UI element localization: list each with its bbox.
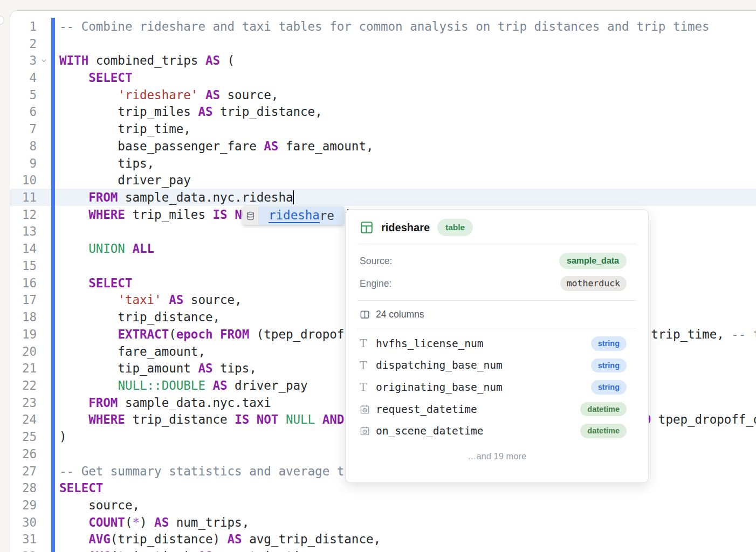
- fold-chevron-icon[interactable]: [37, 57, 51, 65]
- line-number: 23: [10, 396, 37, 410]
- active-cell-indicator: [51, 35, 55, 52]
- active-cell-indicator: [51, 463, 55, 480]
- code-line-text: SELECT: [55, 71, 132, 85]
- columns-list: Thvfhs_license_numstringTdispatching_bas…: [346, 328, 648, 442]
- database-icon: [243, 206, 258, 225]
- columns-count-label: 24 columns: [376, 309, 424, 320]
- line-number: 13: [10, 224, 37, 238]
- line-number: 17: [10, 293, 37, 307]
- code-line[interactable]: 5 'rideshare' AS source,: [10, 86, 756, 104]
- line-number: 15: [10, 259, 37, 273]
- line-number: 10: [10, 173, 37, 187]
- engine-label: Engine:: [360, 278, 391, 289]
- code-line[interactable]: 6 trip_miles AS trip_distance,: [10, 104, 756, 121]
- string-type-icon: T: [360, 338, 373, 349]
- active-cell-indicator: [51, 189, 55, 206]
- line-number: 8: [10, 139, 37, 153]
- column-type-badge: string: [591, 336, 627, 351]
- code-line[interactable]: 9 tips,: [10, 155, 756, 172]
- code-line-text: FROM sample_data.nyc.ridesha: [55, 190, 294, 204]
- active-cell-indicator: [51, 428, 55, 445]
- active-cell-indicator: [51, 120, 55, 137]
- table-name: rideshare: [381, 222, 430, 234]
- code-line[interactable]: 11 FROM sample_data.nyc.ridesha: [10, 189, 756, 206]
- code-line-text: -- Combine rideshare and taxi tables for…: [55, 19, 710, 33]
- line-number: 11: [10, 190, 37, 204]
- code-line[interactable]: 1-- Combine rideshare and taxi tables fo…: [10, 18, 756, 35]
- code-line-text: COUNT(*) AS num_trips,: [55, 515, 249, 529]
- code-line[interactable]: 2: [10, 35, 756, 52]
- active-cell-indicator: [51, 479, 55, 496]
- column-type-badge: string: [591, 358, 627, 373]
- column-type-badge: datetime: [580, 424, 627, 438]
- code-line-text: driver_pay: [55, 173, 191, 187]
- code-line-text: fare_amount,: [55, 344, 205, 358]
- column-name: on_scene_datetime: [376, 425, 580, 437]
- source-value-badge: sample_data: [559, 253, 627, 269]
- code-line[interactable]: 3WITH combined_trips AS (: [10, 52, 756, 69]
- line-number: 31: [10, 532, 37, 546]
- string-type-icon: T: [360, 360, 373, 371]
- active-cell-indicator: [51, 223, 55, 240]
- code-line-text: trip_distance,: [55, 310, 220, 324]
- collapsed-sidebar-handle[interactable]: [0, 16, 4, 25]
- line-number: 7: [10, 122, 37, 136]
- active-cell-indicator: [51, 514, 55, 531]
- column-type-badge: datetime: [580, 402, 627, 417]
- line-number: 28: [10, 481, 37, 495]
- autocomplete-dropdown: rideshare: [243, 206, 344, 225]
- autocomplete-rest-text: re: [320, 209, 334, 223]
- line-number: 20: [10, 344, 37, 358]
- active-cell-indicator: [51, 360, 55, 377]
- active-cell-indicator: [51, 240, 55, 257]
- code-line-text: tips,: [55, 156, 154, 170]
- code-line[interactable]: 29 source,: [10, 496, 756, 514]
- line-number: 32: [10, 549, 37, 552]
- table-info-rows: Source: sample_data Engine: motherduck: [346, 244, 648, 300]
- source-row: Source: sample_data: [346, 250, 648, 272]
- line-number: 21: [10, 361, 37, 375]
- active-cell-indicator: [51, 86, 55, 104]
- code-line[interactable]: 4 SELECT: [10, 69, 756, 86]
- columns-icon: [360, 309, 370, 320]
- source-label: Source:: [360, 256, 392, 267]
- active-cell-indicator: [51, 137, 55, 155]
- code-line[interactable]: 7 trip_time,: [10, 120, 756, 137]
- column-row: Tdispatching_base_numstring: [346, 355, 648, 377]
- active-cell-indicator: [51, 326, 55, 343]
- code-line[interactable]: 32 AVG(trip_time) AS avg_trip_time,: [10, 548, 756, 552]
- code-line-text: base_passenger_fare AS fare_amount,: [55, 139, 374, 153]
- code-line-text: FROM sample_data.nyc.taxi: [55, 396, 271, 410]
- columns-count-row: 24 columns: [346, 301, 648, 328]
- active-cell-indicator: [51, 257, 55, 274]
- column-row: Toriginating_base_numstring: [346, 376, 648, 398]
- active-cell-indicator: [51, 411, 55, 429]
- active-cell-indicator: [51, 52, 55, 69]
- line-number: 2: [10, 37, 37, 51]
- active-cell-indicator: [51, 292, 55, 309]
- column-row: request_datetimedatetime: [346, 398, 648, 420]
- line-number: 1: [10, 19, 37, 33]
- line-number: 22: [10, 378, 37, 392]
- code-line[interactable]: 31 AVG(trip_distance) AS avg_trip_distan…: [10, 531, 756, 548]
- text-cursor: [293, 190, 294, 204]
- active-cell-indicator: [51, 206, 55, 223]
- code-line-text: WITH combined_trips AS (: [55, 53, 235, 67]
- active-cell-indicator: [51, 394, 55, 411]
- active-cell-indicator: [51, 274, 55, 292]
- table-info-popup: rideshare table Source: sample_data Engi…: [345, 209, 649, 483]
- column-name: originating_base_num: [376, 381, 591, 394]
- code-line-text: UNION ALL: [55, 242, 154, 256]
- autocomplete-match-text: ridesha: [269, 208, 320, 223]
- active-cell-indicator: [51, 548, 55, 552]
- code-line[interactable]: 8 base_passenger_fare AS fare_amount,: [10, 137, 756, 155]
- active-cell-indicator: [51, 445, 55, 463]
- code-line[interactable]: 30 COUNT(*) AS num_trips,: [10, 514, 756, 531]
- autocomplete-option-rideshare[interactable]: rideshare: [258, 206, 344, 225]
- code-line-text: SELECT: [55, 276, 132, 290]
- column-name: hvfhs_license_num: [376, 337, 591, 350]
- code-line-text: source,: [55, 498, 140, 512]
- code-line[interactable]: 10 driver_pay: [10, 171, 756, 189]
- line-number: 25: [10, 430, 37, 444]
- code-line-text: 'taxi' AS source,: [55, 293, 242, 307]
